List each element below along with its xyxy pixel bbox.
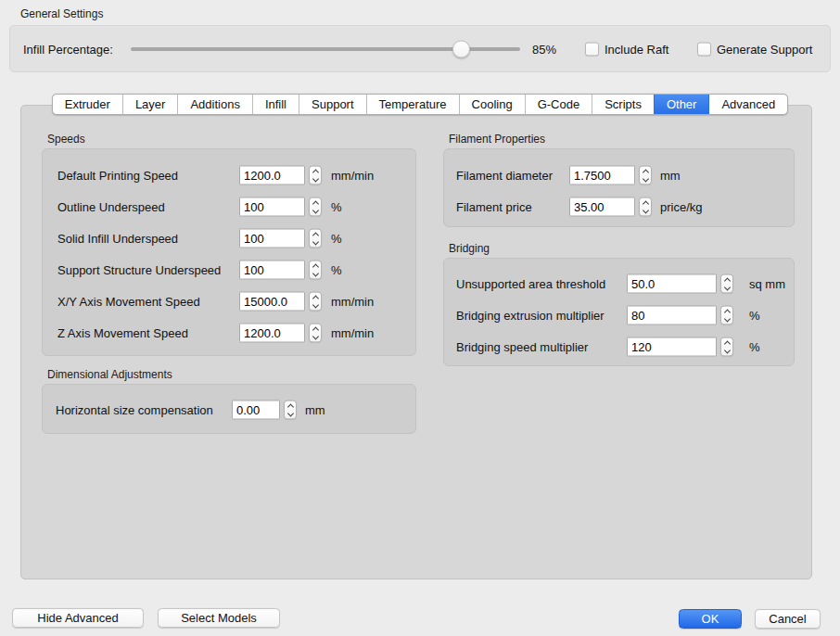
unit-label: price/kg (660, 200, 703, 214)
outline-underspeed-input[interactable] (239, 197, 305, 217)
stepper-down-icon[interactable] (312, 333, 318, 339)
generate-support-label: Generate Support (717, 42, 812, 56)
tab-bar-row: Extruder Layer Additions Infill Support … (0, 94, 840, 115)
tab-advanced[interactable]: Advanced (708, 95, 787, 114)
tab-other[interactable]: Other (654, 95, 709, 114)
tab-infill[interactable]: Infill (252, 95, 299, 114)
infill-percentage-value: 85% (532, 42, 556, 56)
xy-axis-movement-speed-stepper[interactable] (309, 292, 322, 312)
cancel-button[interactable]: Cancel (755, 609, 821, 629)
unsupported-area-threshold-label: Unsupported area threshold (456, 277, 605, 291)
stepper-down-icon[interactable] (312, 270, 318, 276)
include-raft-option: Include Raft (585, 42, 668, 56)
tab-layer[interactable]: Layer (122, 95, 178, 114)
filament-diameter-input[interactable] (569, 166, 635, 185)
z-axis-movement-speed-label: Z Axis Movement Speed (57, 326, 188, 340)
speeds-section-title: Speeds (47, 133, 416, 146)
unit-label: % (331, 263, 342, 277)
stepper-down-icon[interactable] (286, 410, 293, 416)
bridging-extrusion-multiplier-input[interactable] (627, 306, 717, 325)
unit-label: % (749, 340, 760, 354)
support-structure-underspeed-stepper[interactable] (309, 261, 322, 280)
z-axis-movement-speed-stepper[interactable] (309, 324, 322, 343)
stepper-down-icon[interactable] (312, 175, 318, 182)
settings-tab-panel: Speeds Default Printing Speed mm/min Out… (20, 105, 812, 579)
support-structure-underspeed-label: Support Structure Underspeed (57, 263, 221, 277)
setting-row: Unsupported area threshold sq mm (444, 268, 794, 299)
ok-button[interactable]: OK (679, 609, 742, 629)
setting-row: Filament diameter mm (444, 159, 794, 191)
dimensional-adjustments-section: Dimensional Adjustments Horizontal size … (42, 368, 416, 434)
z-axis-movement-speed-input[interactable] (239, 324, 305, 343)
general-settings-group: Infill Percentage: 85% Include Raft Gene… (9, 25, 831, 72)
unit-label: mm (660, 169, 681, 183)
speeds-section: Speeds Default Printing Speed mm/min Out… (42, 133, 416, 356)
setting-row: Bridging speed multiplier % (444, 331, 794, 363)
tab-scripts[interactable]: Scripts (592, 95, 654, 114)
default-printing-speed-input[interactable] (239, 166, 305, 185)
filament-diameter-label: Filament diameter (456, 169, 553, 183)
default-printing-speed-stepper[interactable] (309, 166, 322, 185)
tab-extruder[interactable]: Extruder (53, 95, 122, 114)
stepper-down-icon[interactable] (642, 207, 648, 213)
include-raft-label: Include Raft (605, 42, 668, 56)
filament-price-input[interactable] (569, 197, 635, 217)
horizontal-size-compensation-label: Horizontal size compensation (56, 403, 213, 417)
horizontal-size-compensation-input[interactable] (232, 401, 280, 420)
unit-label: mm/min (331, 169, 374, 183)
xy-axis-movement-speed-label: X/Y Axis Movement Speed (57, 295, 200, 309)
unit-label: mm/min (331, 326, 374, 340)
unit-label: mm (305, 403, 325, 417)
stepper-down-icon[interactable] (312, 301, 318, 308)
bridging-speed-multiplier-stepper[interactable] (720, 337, 733, 357)
tab-additions[interactable]: Additions (177, 95, 251, 114)
process-settings-window: { "general_settings": { "title": "Genera… (0, 0, 840, 636)
filament-price-stepper[interactable] (639, 197, 652, 217)
bridging-section: Bridging Unsupported area threshold sq m… (443, 242, 795, 366)
horizontal-size-compensation-stepper[interactable] (284, 401, 297, 420)
unsupported-area-threshold-input[interactable] (627, 274, 717, 294)
bridging-speed-multiplier-input[interactable] (627, 337, 717, 357)
tab-temperature[interactable]: Temperature (366, 95, 459, 114)
setting-row: Horizontal size compensation mm (43, 394, 415, 426)
setting-row: Solid Infill Underspeed % (43, 223, 415, 254)
generate-support-checkbox[interactable] (697, 42, 711, 56)
stepper-down-icon[interactable] (723, 315, 730, 322)
bridging-extrusion-multiplier-label: Bridging extrusion multiplier (456, 309, 605, 323)
filament-diameter-stepper[interactable] (639, 166, 652, 185)
solid-infill-underspeed-stepper[interactable] (309, 229, 322, 248)
stepper-down-icon[interactable] (642, 175, 648, 182)
unit-label: % (331, 232, 342, 246)
xy-axis-movement-speed-input[interactable] (239, 292, 305, 312)
bridging-title: Bridging (449, 242, 795, 255)
default-printing-speed-label: Default Printing Speed (57, 169, 178, 183)
setting-row: Filament price price/kg (444, 191, 794, 223)
setting-row: Default Printing Speed mm/min (43, 159, 415, 191)
stepper-down-icon[interactable] (723, 284, 730, 290)
tab-support[interactable]: Support (299, 95, 366, 114)
stepper-down-icon[interactable] (723, 347, 730, 353)
tab-bar: Extruder Layer Additions Infill Support … (52, 94, 789, 115)
bridging-extrusion-multiplier-stepper[interactable] (720, 306, 733, 325)
setting-row: Outline Underspeed % (43, 191, 415, 223)
stepper-down-icon[interactable] (312, 238, 318, 245)
outline-underspeed-label: Outline Underspeed (57, 200, 165, 214)
generate-support-option: Generate Support (697, 42, 812, 56)
tab-gcode[interactable]: G-Code (525, 95, 592, 114)
support-structure-underspeed-input[interactable] (239, 261, 305, 280)
slider-thumb[interactable] (452, 40, 470, 57)
unsupported-area-threshold-stepper[interactable] (720, 274, 733, 294)
solid-infill-underspeed-input[interactable] (239, 229, 305, 248)
tab-cooling[interactable]: Cooling (459, 95, 525, 114)
hide-advanced-button[interactable]: Hide Advanced (12, 608, 144, 628)
setting-row: Bridging extrusion multiplier % (444, 299, 794, 331)
unit-label: mm/min (331, 295, 374, 309)
include-raft-checkbox[interactable] (585, 42, 599, 56)
outline-underspeed-stepper[interactable] (309, 197, 322, 217)
setting-row: X/Y Axis Movement Speed mm/min (43, 286, 415, 317)
stepper-down-icon[interactable] (312, 207, 318, 213)
select-models-button[interactable]: Select Models (158, 608, 280, 628)
unit-label: % (749, 309, 760, 323)
filament-properties-section: Filament Properties Filament diameter mm… (443, 133, 795, 227)
infill-percentage-slider[interactable] (131, 40, 520, 58)
